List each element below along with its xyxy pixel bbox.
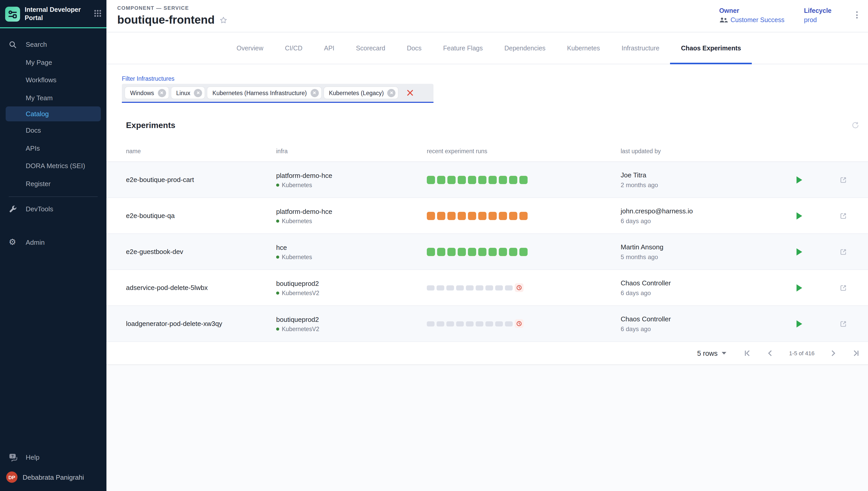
table-row[interactable]: adservice-pod-delete-5lwbx boutiqueprod2… — [107, 270, 868, 306]
run-status-square — [458, 176, 466, 184]
sidebar-item-help[interactable]: ? Help — [0, 449, 107, 466]
infra-type: Kubernetes — [282, 182, 312, 188]
tab-feature-flags[interactable]: Feature Flags — [432, 32, 494, 64]
recent-runs-strip — [427, 283, 621, 292]
open-experiment-button[interactable] — [837, 282, 849, 294]
experiments-title: Experiments — [126, 121, 850, 130]
infra-name: boutiqueprod2 — [276, 315, 427, 323]
rows-per-page-select[interactable]: 5 rows — [697, 349, 727, 357]
run-status-square — [519, 248, 528, 256]
table-row[interactable]: e2e-boutique-qa platform-demo-hce Kubern… — [107, 198, 868, 234]
run-status-square — [519, 211, 528, 220]
sidebar-item-my-team[interactable]: My Team — [0, 89, 107, 107]
sidebar-item-dora-metrics-sei[interactable]: DORA Metrics (SEI) — [0, 157, 107, 175]
sidebar: Internal Developer Portal SearchMy PageW… — [0, 0, 107, 491]
filter-input[interactable]: WindowsLinuxKubernetes (Harness Infrastr… — [122, 84, 433, 103]
first-page-button[interactable] — [743, 349, 752, 358]
tab-kubernetes[interactable]: Kubernetes — [556, 32, 611, 64]
run-experiment-button[interactable] — [793, 174, 805, 186]
table-row[interactable]: e2e-boutique-prod-cart platform-demo-hce… — [107, 162, 868, 198]
sidebar-item-apis[interactable]: APIs — [0, 139, 107, 157]
remove-chip-icon[interactable] — [194, 89, 202, 97]
refresh-icon[interactable] — [850, 120, 860, 130]
more-options-icon[interactable] — [853, 7, 861, 23]
user-menu[interactable]: DP Debabrata Panigrahi — [0, 466, 107, 491]
sidebar-item-label: Search — [21, 40, 47, 48]
run-status-square — [476, 321, 483, 326]
sidebar-item-admin[interactable]: ⚙ Admin — [0, 233, 107, 251]
tab-scorecard[interactable]: Scorecard — [345, 32, 396, 64]
remove-chip-icon[interactable] — [387, 89, 396, 97]
run-status-square — [476, 285, 483, 290]
run-status-square — [437, 211, 445, 220]
tab-chaos-experiments[interactable]: Chaos Experiments — [670, 32, 752, 64]
run-status-square — [456, 321, 464, 326]
last-page-button[interactable] — [851, 349, 861, 358]
sidebar-item-docs[interactable]: Docs — [0, 122, 107, 139]
run-status-square — [495, 321, 503, 326]
remove-chip-icon[interactable] — [310, 89, 319, 97]
run-experiment-button[interactable] — [793, 282, 805, 294]
open-experiment-button[interactable] — [837, 174, 849, 186]
infra-status-dot — [276, 219, 279, 222]
tab-docs[interactable]: Docs — [396, 32, 432, 64]
experiment-name: e2e-boutique-qa — [126, 212, 276, 220]
open-experiment-button[interactable] — [837, 317, 849, 330]
sidebar-item-workflows[interactable]: Workflows — [0, 71, 107, 89]
previous-page-button[interactable] — [766, 349, 775, 358]
tab-dependencies[interactable]: Dependencies — [494, 32, 556, 64]
apps-grid-icon[interactable] — [94, 9, 101, 19]
open-experiment-button[interactable] — [837, 209, 849, 222]
play-icon — [796, 248, 802, 255]
infra-name: platform-demo-hce — [276, 171, 427, 179]
sidebar-item-label: Register — [9, 180, 51, 187]
experiment-name: e2e-guestbook-dev — [126, 248, 276, 256]
open-experiment-button[interactable] — [837, 246, 849, 258]
run-experiment-button[interactable] — [793, 246, 805, 258]
main-area: COMPONENT — SERVICE boutique-frontend Ow… — [107, 0, 868, 491]
sidebar-item-register[interactable]: Register — [0, 175, 107, 193]
run-status-square — [447, 211, 456, 220]
chip-label: Linux — [176, 90, 190, 96]
pending-clock-icon — [516, 320, 522, 327]
sidebar-item-catalog[interactable]: Catalog — [6, 107, 101, 122]
clear-filters-icon[interactable] — [406, 88, 415, 97]
run-status-square — [485, 321, 493, 326]
entity-tabs: OverviewCI/CDAPIScorecardDocsFeature Fla… — [107, 32, 868, 64]
run-status-square — [468, 176, 476, 184]
chevron-down-icon — [722, 352, 727, 355]
sidebar-item-search[interactable]: Search — [0, 36, 107, 54]
experiment-name: adservice-pod-delete-5lwbx — [126, 284, 276, 291]
open-in-new-icon — [839, 211, 847, 220]
tab-ci-cd[interactable]: CI/CD — [274, 32, 313, 64]
run-status-square — [478, 176, 487, 184]
tab-overview[interactable]: Overview — [226, 32, 274, 64]
remove-chip-icon[interactable] — [157, 89, 166, 97]
owner-label: Owner — [719, 7, 784, 15]
run-experiment-button[interactable] — [793, 209, 805, 222]
next-page-button[interactable] — [829, 349, 838, 358]
run-status-square — [447, 248, 456, 256]
owner-link[interactable]: Customer Success — [730, 17, 784, 24]
tab-api[interactable]: API — [313, 32, 345, 64]
sidebar-item-my-page[interactable]: My Page — [0, 54, 107, 71]
run-status-square — [499, 176, 507, 184]
table-row[interactable]: e2e-guestbook-dev hce Kubernetes Martin … — [107, 234, 868, 270]
open-in-new-icon — [839, 284, 847, 292]
sidebar-nav: SearchMy PageWorkflowsMy TeamCatalogDocs… — [0, 36, 107, 193]
sidebar-item-devtools[interactable]: DevTools — [0, 200, 107, 218]
recent-runs-strip — [427, 319, 621, 328]
svg-text:?: ? — [11, 454, 13, 459]
tab-infrastructure[interactable]: Infrastructure — [611, 32, 670, 64]
lifecycle-label: Lifecycle — [804, 7, 832, 15]
star-icon[interactable] — [219, 16, 228, 24]
table-row[interactable]: loadgenerator-pod-delete-xw3qy boutiquep… — [107, 306, 868, 342]
infra-name: hce — [276, 243, 427, 251]
sidebar-item-label: DevTools — [21, 205, 53, 213]
sidebar-item-label: My Team — [9, 94, 53, 102]
user-avatar: DP — [6, 471, 18, 483]
run-experiment-button[interactable] — [793, 317, 805, 330]
open-in-new-icon — [839, 176, 847, 184]
filter-chip-kubernetes-legacy: Kubernetes (Legacy) — [324, 87, 398, 99]
run-status-square — [427, 248, 435, 256]
